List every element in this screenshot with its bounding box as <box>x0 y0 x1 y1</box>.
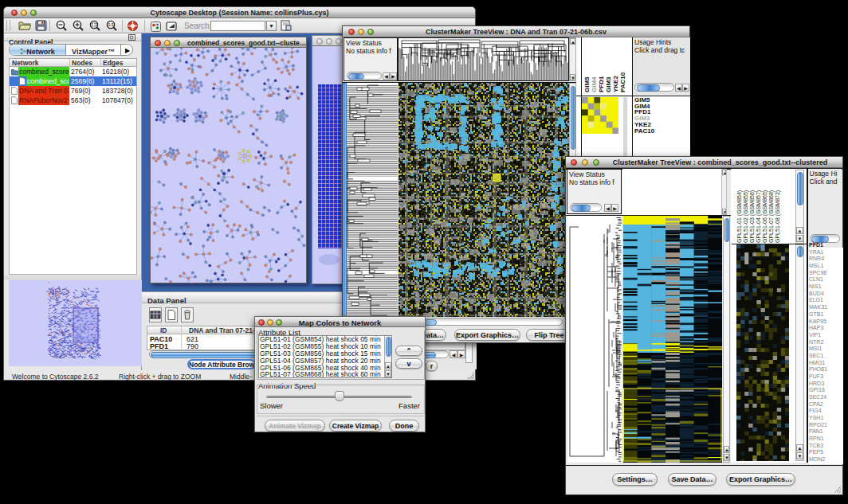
svg-text:1:1: 1:1 <box>108 22 113 27</box>
